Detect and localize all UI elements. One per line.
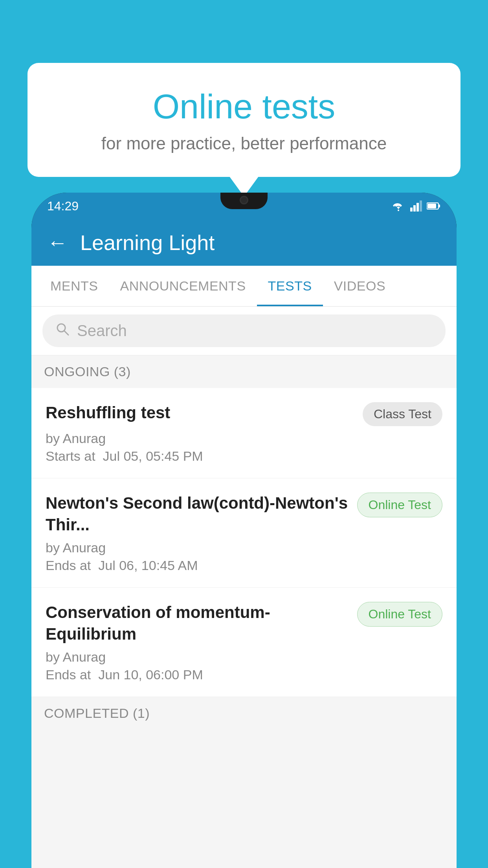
notch — [220, 193, 268, 209]
test-name-newtons: Newton's Second law(contd)-Newton's Thir… — [46, 493, 357, 535]
status-bar: 14:29 — [31, 193, 457, 219]
completed-section-header: COMPLETED (1) — [31, 697, 457, 730]
battery-icon — [427, 202, 441, 210]
svg-rect-3 — [420, 200, 422, 211]
test-by-reshuffling: by Anurag — [46, 431, 442, 446]
screen-content: MENTS ANNOUNCEMENTS TESTS VIDEOS — [31, 266, 457, 868]
svg-rect-5 — [438, 204, 440, 208]
wifi-icon — [391, 200, 405, 211]
app-header: ← Learning Light — [31, 219, 457, 266]
tab-tests[interactable]: TESTS — [257, 266, 323, 306]
test-name-reshuffling: Reshuffling test — [46, 402, 363, 424]
test-time-conservation: Ends at Jun 10, 06:00 PM — [46, 667, 442, 682]
search-placeholder: Search — [77, 322, 127, 340]
tab-ments[interactable]: MENTS — [39, 266, 109, 306]
svg-rect-1 — [413, 205, 416, 211]
test-card-newtons[interactable]: Newton's Second law(contd)-Newton's Thir… — [31, 478, 457, 588]
ongoing-section-header: ONGOING (3) — [31, 355, 457, 388]
search-container: Search — [31, 307, 457, 355]
phone-frame: 14:29 ← Learning Light — [31, 193, 457, 868]
test-card-reshuffling[interactable]: Reshuffling test Class Test by Anurag St… — [31, 388, 457, 478]
test-card-conservation[interactable]: Conservation of momentum-Equilibrium Onl… — [31, 588, 457, 697]
tab-announcements[interactable]: ANNOUNCEMENTS — [109, 266, 257, 306]
tab-bar: MENTS ANNOUNCEMENTS TESTS VIDEOS — [31, 266, 457, 307]
app-title: Learning Light — [80, 230, 215, 255]
search-bar[interactable]: Search — [42, 314, 446, 347]
signal-icon — [410, 200, 422, 211]
badge-class-test-reshuffling: Class Test — [363, 402, 442, 426]
search-icon — [55, 322, 70, 340]
speech-bubble: Online tests for more practice, better p… — [28, 63, 460, 177]
svg-rect-2 — [416, 203, 419, 211]
svg-rect-0 — [410, 208, 413, 211]
status-icons — [391, 200, 441, 211]
test-name-conservation: Conservation of momentum-Equilibrium — [46, 602, 357, 645]
back-button[interactable]: ← — [47, 231, 68, 254]
tab-videos[interactable]: VIDEOS — [323, 266, 396, 306]
front-camera — [240, 196, 248, 204]
bubble-subtitle: for more practice, better performance — [59, 134, 429, 153]
svg-rect-6 — [427, 204, 436, 208]
test-by-newtons: by Anurag — [46, 540, 442, 555]
status-time: 14:29 — [47, 199, 79, 213]
svg-line-8 — [64, 331, 68, 335]
test-by-conservation: by Anurag — [46, 649, 442, 665]
badge-online-conservation: Online Test — [357, 602, 443, 627]
test-time-reshuffling: Starts at Jul 05, 05:45 PM — [46, 449, 442, 464]
badge-online-newtons: Online Test — [357, 493, 443, 517]
test-time-newtons: Ends at Jul 06, 10:45 AM — [46, 558, 442, 573]
bubble-title: Online tests — [59, 86, 429, 127]
